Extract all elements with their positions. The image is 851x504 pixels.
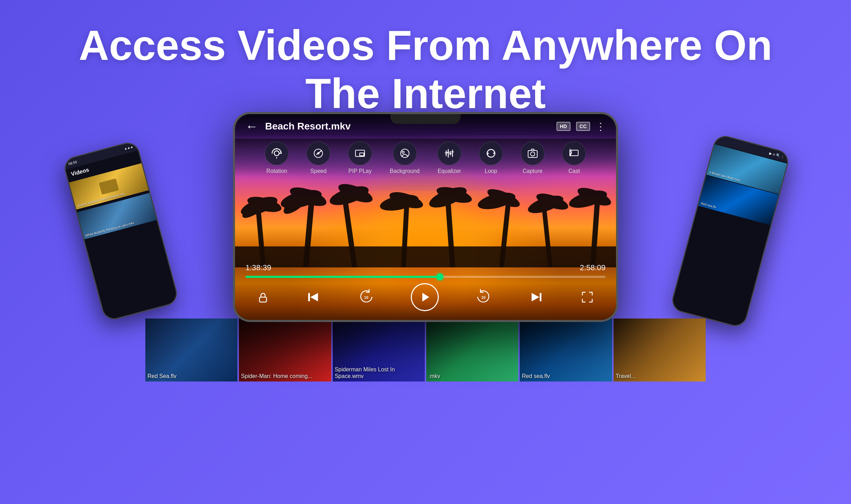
top-right-icons: HD CC ⋮: [556, 121, 606, 132]
fullscreen-button[interactable]: [580, 289, 595, 305]
hero-section: Access Videos From Anywhere On The Inter…: [0, 0, 851, 118]
loop-label: Loop: [485, 168, 497, 174]
cast-icon: [568, 147, 580, 159]
thumb-4-label: .mkv: [428, 373, 440, 379]
speed-label: Speed: [310, 168, 326, 174]
svg-marker-50: [422, 293, 429, 301]
thumbnails-strip: Red Sea.flv Spider-Man: Home coming... S…: [145, 318, 706, 382]
time-total: 2:58:09: [580, 263, 606, 272]
lock-button[interactable]: [256, 290, 270, 304]
fullscreen-icon: [580, 289, 595, 305]
next-icon: [528, 289, 545, 306]
control-speed[interactable]: Speed: [306, 141, 330, 174]
phone-left: 08:59 ● ● ● Videos Arches National Park …: [62, 140, 180, 322]
time-row: 1:38:39 2:58:09: [245, 263, 606, 272]
control-equalizer[interactable]: Equalizer: [437, 141, 461, 174]
play-pause-button[interactable]: [411, 283, 439, 311]
feature-controls: Rotation Speed: [235, 139, 616, 177]
svg-point-31: [318, 153, 319, 154]
capture-icon: [527, 147, 539, 159]
phone-main: ← Beach Resort.mkv HD CC ⋮: [233, 112, 618, 322]
progress-track[interactable]: [245, 276, 606, 278]
control-cast[interactable]: Cast: [562, 141, 586, 174]
thumb-5-label: Red sea.flv: [522, 373, 550, 379]
control-rotation[interactable]: Rotation: [265, 141, 289, 174]
progress-fill: [245, 276, 443, 278]
svg-rect-51: [540, 293, 541, 301]
svg-point-35: [402, 151, 404, 153]
previous-icon: [305, 289, 321, 306]
next-button[interactable]: [528, 289, 545, 306]
player-screen: ← Beach Resort.mkv HD CC ⋮: [235, 114, 616, 320]
progress-thumb[interactable]: [436, 273, 443, 280]
speed-icon-circle: [306, 141, 330, 165]
left-phone-icons: ● ● ●: [124, 145, 133, 151]
thumb-red-sea-2[interactable]: Red sea.flv: [520, 318, 612, 382]
forward-label: 10: [481, 295, 485, 300]
thumb-mkv[interactable]: .mkv: [426, 318, 518, 382]
rotation-label: Rotation: [267, 168, 288, 174]
menu-button[interactable]: ⋮: [596, 121, 606, 132]
palm-silhouettes: [235, 176, 616, 267]
cast-icon-circle: [562, 141, 586, 165]
playback-controls: 10 10: [235, 281, 616, 313]
back-button[interactable]: ←: [245, 119, 258, 134]
lock-icon: [256, 290, 270, 304]
cc-badge: CC: [576, 122, 590, 131]
capture-label: Capture: [523, 168, 542, 174]
hd-badge: HD: [556, 122, 570, 131]
equalizer-label: Equalizer: [438, 168, 461, 174]
progress-area: 1:38:39 2:58:09: [245, 263, 606, 278]
capture-icon-circle: [521, 141, 545, 165]
loop-icon: [485, 147, 497, 159]
background-icon-circle: [393, 141, 417, 165]
svg-marker-52: [532, 293, 539, 301]
thumb-2-label: Spider-Man: Home coming...: [241, 373, 312, 379]
phones-container: 08:59 ● ● ● Videos Arches National Park …: [75, 112, 776, 497]
thumb-red-sea[interactable]: Red Sea.flv: [145, 318, 237, 382]
svg-rect-33: [360, 153, 364, 156]
headline-line1: Access Videos From Anywhere On: [79, 22, 773, 69]
headline-line2: The Internet: [305, 70, 546, 117]
forward-button[interactable]: 10: [473, 287, 493, 307]
rotation-icon-circle: [265, 141, 289, 165]
rotation-icon: [271, 147, 283, 159]
background-icon: [399, 147, 411, 159]
rewind-button[interactable]: 10: [357, 287, 376, 307]
thumb-spiderman-miles[interactable]: Spiderman Miles Lost In Space.wmv: [333, 318, 425, 382]
pip-icon: [354, 147, 366, 159]
svg-point-27: [274, 151, 279, 156]
pip-icon-circle: [348, 141, 372, 165]
previous-button[interactable]: [305, 289, 321, 306]
play-icon: [418, 291, 431, 303]
svg-point-45: [531, 152, 535, 156]
speed-icon: [312, 147, 324, 159]
svg-marker-49: [310, 293, 318, 301]
svg-rect-48: [308, 293, 310, 301]
svg-rect-47: [260, 297, 267, 302]
loop-icon-circle: [479, 141, 503, 165]
left-phone-time: 08:59: [68, 160, 77, 166]
rewind-label: 10: [364, 295, 368, 300]
right-phone-icons: ▶ ≡ 🔍 ⋮: [769, 152, 785, 159]
control-capture[interactable]: Capture: [521, 141, 545, 174]
thumb-3-label: Spiderman Miles Lost In Space.wmv: [335, 366, 425, 379]
thumb-travel[interactable]: Travel...: [614, 318, 706, 382]
time-current: 1:38:39: [245, 263, 271, 272]
phone-right: ▶ ≡ 🔍 ⋮ ⋮ e Brown den Boat.mov Red sea.f…: [669, 133, 791, 329]
control-loop[interactable]: Loop: [479, 141, 503, 174]
equalizer-icon: [443, 147, 455, 159]
thumb-spiderman[interactable]: Spider-Man: Home coming...: [239, 318, 331, 382]
background-label: Background: [390, 168, 420, 174]
equalizer-icon-circle: [437, 141, 461, 165]
thumb-6-label: Travel...: [616, 373, 636, 379]
pip-label: PIP PLay: [348, 168, 372, 174]
control-background[interactable]: Background: [390, 141, 420, 174]
cast-label: Cast: [568, 168, 580, 174]
control-pip[interactable]: PIP PLay: [348, 141, 372, 174]
thumb-1-label: Red Sea.flv: [147, 373, 177, 379]
